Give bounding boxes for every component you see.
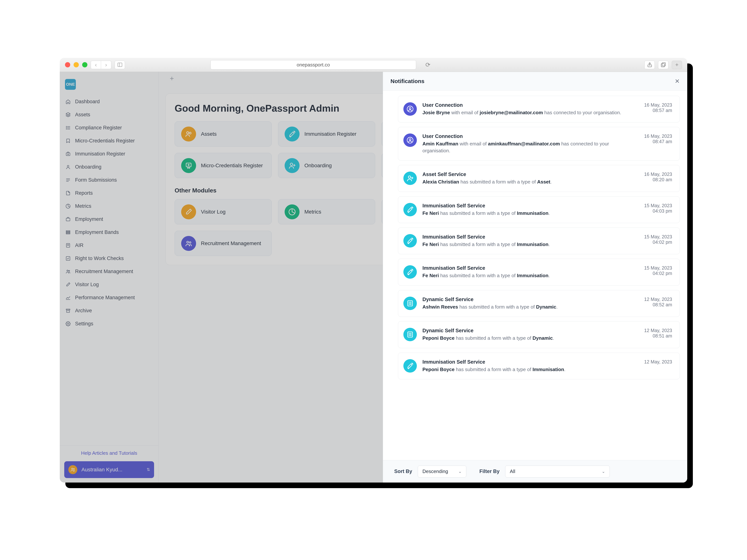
sidebar-item-dashboard[interactable]: Dashboard bbox=[60, 95, 158, 108]
sort-by-select[interactable]: Descending ⌄ bbox=[418, 465, 466, 478]
sidebar-item-reports[interactable]: Reports bbox=[60, 186, 158, 199]
sidebar-item-label: Onboarding bbox=[75, 164, 101, 170]
notification-title: User Connection bbox=[422, 102, 625, 108]
url-bar[interactable]: onepassport.co bbox=[210, 60, 416, 70]
svg-rect-45 bbox=[118, 63, 122, 66]
notification-item[interactable]: Immunisation Self Service Peponi Boyce h… bbox=[398, 353, 680, 379]
sidebar-item-performance-management[interactable]: Performance Management bbox=[60, 291, 158, 304]
layers-icon bbox=[65, 112, 71, 117]
notification-description: Peponi Boyce has submitted a form with a… bbox=[422, 366, 625, 373]
org-label: Australian Kyud... bbox=[81, 467, 143, 473]
notification-item[interactable]: Immunisation Self Service Fe Neri has su… bbox=[398, 259, 680, 286]
close-icon[interactable]: ✕ bbox=[675, 78, 680, 85]
sidebar-item-recruitment-management[interactable]: Recruitment Management bbox=[60, 265, 158, 278]
notification-title: Dynamic Self Service bbox=[422, 297, 625, 302]
sidebar-item-label: Right to Work Checks bbox=[75, 256, 124, 261]
pen-icon bbox=[65, 282, 71, 288]
help-link[interactable]: Help Articles and Tutorials bbox=[64, 450, 154, 456]
module-card-immunisation-register[interactable]: Immunisation Register bbox=[278, 121, 375, 146]
notification-description: Fe Neri has submitted a form with a type… bbox=[422, 272, 625, 279]
module-card-title: Immunisation Register bbox=[304, 131, 357, 137]
list2-icon bbox=[65, 229, 71, 235]
sidebar-item-label: Performance Management bbox=[75, 295, 135, 300]
module-card-title: Onboarding bbox=[304, 163, 332, 168]
traffic-lights bbox=[65, 62, 87, 68]
sort-by-label: Sort By bbox=[394, 469, 412, 474]
userc-icon bbox=[403, 102, 417, 116]
module-card-micro-credentials-register[interactable]: Micro-Credentials Register bbox=[175, 153, 272, 178]
new-tab-button[interactable]: + bbox=[672, 61, 682, 69]
notifications-footer: Sort By Descending ⌄ Filter By All ⌄ bbox=[383, 460, 687, 483]
syringe-icon bbox=[403, 203, 417, 216]
sidebar-toggle-button[interactable] bbox=[115, 61, 125, 69]
notification-description: Fe Neri has submitted a form with a type… bbox=[422, 210, 625, 216]
sidebar-item-micro-credentials-register[interactable]: Micro-Credentials Register bbox=[60, 134, 158, 147]
syringe-icon bbox=[403, 265, 417, 279]
sidebar-item-employment[interactable]: Employment bbox=[60, 213, 158, 226]
notification-item[interactable]: Immunisation Self Service Fe Neri has su… bbox=[398, 196, 680, 223]
browser-window: ‹ › onepassport.co ⟳ + ONE DashboardAsse… bbox=[60, 58, 687, 483]
sidebar-item-label: Visitor Log bbox=[75, 282, 99, 288]
back-button[interactable]: ‹ bbox=[91, 61, 101, 69]
share-button[interactable] bbox=[644, 61, 655, 69]
notification-title: User Connection bbox=[422, 133, 625, 139]
module-card-metrics[interactable]: Metrics bbox=[278, 199, 375, 224]
notification-item[interactable]: User Connection Amin Kauffman with email… bbox=[398, 127, 680, 161]
maximize-window-button[interactable] bbox=[82, 62, 87, 68]
syringe-icon bbox=[403, 359, 417, 373]
users-icon bbox=[181, 127, 196, 141]
notification-description: Peponi Boyce has submitted a form with a… bbox=[422, 335, 625, 341]
close-window-button[interactable] bbox=[65, 62, 70, 68]
notification-item[interactable]: Asset Self Service Alexia Christian has … bbox=[398, 165, 680, 192]
sidebar-item-onboarding[interactable]: Onboarding bbox=[60, 160, 158, 174]
notification-timestamp: 16 May, 202308:47 am bbox=[631, 133, 672, 154]
sidebar-item-right-to-work-checks[interactable]: Right to Work Checks bbox=[60, 252, 158, 265]
minimize-window-button[interactable] bbox=[74, 62, 79, 68]
module-card-assets[interactable]: Assets bbox=[175, 121, 272, 146]
sidebar-item-employment-bands[interactable]: Employment Bands bbox=[60, 226, 158, 239]
sidebar-item-label: Recruitment Management bbox=[75, 269, 133, 274]
browser-chrome: ‹ › onepassport.co ⟳ + bbox=[60, 58, 687, 72]
chevron-up-down-icon: ⇅ bbox=[147, 467, 150, 472]
sidebar-item-metrics[interactable]: Metrics bbox=[60, 199, 158, 213]
pen-icon bbox=[181, 205, 196, 219]
check-icon bbox=[65, 256, 71, 261]
syringe-icon bbox=[285, 127, 300, 141]
sidebar-item-visitor-log[interactable]: Visitor Log bbox=[60, 278, 158, 291]
notification-description: Ashwin Reeves has submitted a form with … bbox=[422, 303, 625, 310]
sidebar-item-label: Reports bbox=[75, 190, 93, 196]
sidebar-item-settings[interactable]: Settings bbox=[60, 317, 158, 330]
sidebar-item-label: Dashboard bbox=[75, 99, 100, 105]
notification-timestamp: 15 May, 202304:03 pm bbox=[631, 203, 672, 216]
sidebar-item-assets[interactable]: Assets bbox=[60, 108, 158, 121]
file-icon bbox=[65, 190, 71, 196]
notification-timestamp: 15 May, 202304:02 pm bbox=[631, 265, 672, 279]
notification-title: Immunisation Self Service bbox=[422, 265, 625, 271]
notification-timestamp: 15 May, 202304:02 pm bbox=[631, 234, 672, 248]
sidebar-item-form-submissions[interactable]: Form Submissions bbox=[60, 174, 158, 186]
notification-timestamp: 12 May, 202308:51 am bbox=[631, 328, 672, 341]
sidebar-item-air[interactable]: AIR bbox=[60, 239, 158, 252]
reload-button[interactable]: ⟳ bbox=[423, 61, 433, 68]
notification-item[interactable]: User Connection Josie Bryne with email o… bbox=[398, 96, 680, 123]
chart-icon bbox=[65, 295, 71, 300]
svg-rect-48 bbox=[662, 63, 665, 66]
notification-title: Immunisation Self Service bbox=[422, 234, 625, 240]
notification-item[interactable]: Immunisation Self Service Fe Neri has su… bbox=[398, 228, 680, 254]
filter-by-select[interactable]: All ⌄ bbox=[505, 465, 610, 478]
add-tab-button[interactable]: + bbox=[168, 75, 176, 82]
notification-item[interactable]: Dynamic Self Service Peponi Boyce has su… bbox=[398, 321, 680, 348]
tabs-button[interactable] bbox=[658, 61, 668, 69]
chevron-down-icon: ⌄ bbox=[602, 469, 605, 474]
sidebar-item-archive[interactable]: Archive bbox=[60, 304, 158, 317]
module-card-title: Metrics bbox=[304, 209, 321, 215]
sidebar-item-compliance-register[interactable]: Compliance Register bbox=[60, 121, 158, 134]
sidebar-item-immunisation-register[interactable]: Immunisation Register bbox=[60, 147, 158, 160]
module-card-onboarding[interactable]: Onboarding bbox=[278, 153, 375, 178]
forward-button[interactable]: › bbox=[101, 61, 111, 69]
notification-timestamp: 16 May, 202308:57 am bbox=[631, 102, 672, 116]
notification-item[interactable]: Dynamic Self Service Ashwin Reeves has s… bbox=[398, 290, 680, 317]
module-card-recruitment-management[interactable]: Recruitment Management bbox=[175, 231, 272, 256]
org-switcher[interactable]: Australian Kyud... ⇅ bbox=[64, 461, 154, 478]
module-card-visitor-log[interactable]: Visitor Log bbox=[175, 199, 272, 224]
